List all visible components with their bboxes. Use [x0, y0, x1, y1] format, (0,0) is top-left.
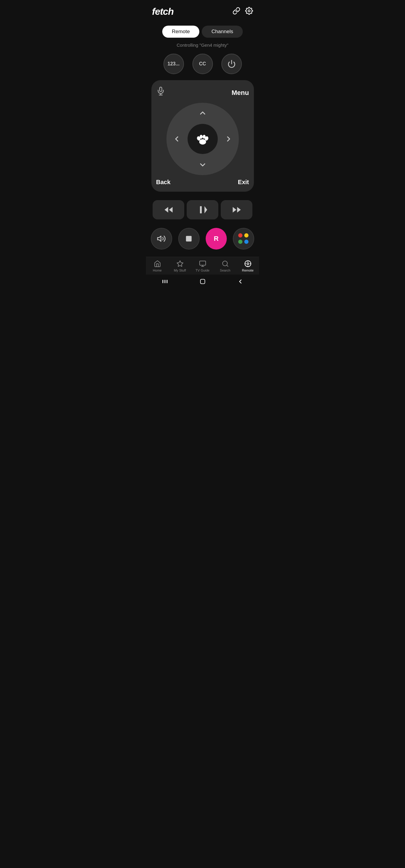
dpad-top-row: Menu	[156, 86, 249, 99]
svg-marker-13	[204, 206, 207, 213]
nav-label-remote: Remote	[242, 269, 254, 272]
nav-label-tvguide: TV Guide	[195, 269, 209, 272]
numpad-button[interactable]: 123...	[164, 54, 184, 74]
svg-point-0	[248, 10, 250, 12]
svg-marker-15	[232, 207, 236, 213]
nav-item-tvguide[interactable]: TV Guide	[194, 260, 212, 272]
nav-item-remote[interactable]: Remote	[239, 260, 257, 272]
tab-channels[interactable]: Channels	[202, 26, 243, 38]
svg-rect-2	[160, 87, 162, 92]
svg-rect-19	[200, 261, 206, 265]
red-dot	[238, 233, 242, 238]
system-back-icon[interactable]	[237, 278, 244, 286]
fast-forward-button[interactable]	[221, 200, 253, 219]
r-button[interactable]: R	[206, 228, 227, 250]
header-icons	[232, 7, 253, 17]
svg-point-25	[247, 263, 249, 265]
svg-rect-17	[186, 236, 192, 242]
nav-item-mystuff[interactable]: My Stuff	[171, 260, 189, 272]
system-menu-icon[interactable]	[162, 278, 168, 286]
svg-rect-31	[164, 280, 165, 283]
blue-dot	[244, 240, 249, 244]
dpad-circle	[167, 103, 239, 175]
stop-button[interactable]	[178, 228, 200, 250]
device-label: Controlling "Gen4 mighty"	[146, 42, 259, 54]
svg-point-5	[199, 139, 206, 145]
dpad-bottom-row: Back Exit	[156, 179, 249, 186]
nav-label-mystuff: My Stuff	[174, 269, 186, 272]
rewind-button[interactable]	[152, 200, 184, 219]
dpad-circle-wrapper	[156, 103, 249, 175]
header: fetch	[146, 0, 259, 22]
power-button[interactable]	[221, 54, 242, 74]
svg-marker-16	[158, 236, 161, 241]
back-button[interactable]: Back	[156, 179, 171, 186]
volume-button[interactable]	[151, 228, 172, 250]
nav-label-home: Home	[153, 269, 162, 272]
dpad-outer: Menu	[151, 80, 254, 192]
dpad-center-button[interactable]	[187, 124, 218, 154]
play-pause-button[interactable]	[187, 200, 218, 219]
cc-button[interactable]: CC	[193, 54, 213, 74]
svg-marker-14	[237, 207, 241, 213]
nav-item-home[interactable]: Home	[148, 260, 167, 272]
exit-button[interactable]: Exit	[238, 179, 249, 186]
system-bar	[146, 275, 259, 291]
color-dots	[238, 233, 249, 244]
svg-marker-10	[164, 207, 168, 213]
tab-switcher: Remote Channels	[146, 22, 259, 42]
svg-line-23	[227, 265, 228, 267]
dpad-left-button[interactable]	[171, 133, 183, 145]
green-dot	[238, 240, 242, 244]
color-buttons[interactable]	[233, 228, 254, 250]
tab-remote[interactable]: Remote	[162, 26, 200, 38]
dpad-right-button[interactable]	[223, 133, 235, 145]
bottom-nav: Home My Stuff TV Guide Search Remote	[146, 257, 259, 275]
mic-button[interactable]	[156, 86, 165, 99]
nav-label-search: Search	[220, 269, 230, 272]
svg-marker-18	[177, 261, 183, 267]
link-icon[interactable]	[232, 7, 240, 17]
media-controls	[146, 198, 259, 225]
system-home-icon[interactable]	[199, 278, 206, 286]
settings-icon[interactable]	[245, 7, 253, 17]
svg-rect-12	[200, 206, 202, 213]
menu-button[interactable]: Menu	[232, 89, 249, 97]
dpad-up-button[interactable]	[197, 107, 209, 119]
svg-rect-30	[162, 280, 163, 283]
app-logo: fetch	[152, 6, 173, 17]
dpad-container: Menu	[146, 80, 259, 198]
nav-item-search[interactable]: Search	[216, 260, 234, 272]
svg-rect-33	[200, 279, 205, 284]
svg-marker-11	[169, 207, 173, 213]
svg-rect-32	[167, 280, 167, 283]
top-buttons: 123... CC	[146, 54, 259, 80]
yellow-dot	[244, 233, 249, 238]
bottom-icons: R	[146, 225, 259, 257]
dpad-down-button[interactable]	[197, 159, 209, 171]
